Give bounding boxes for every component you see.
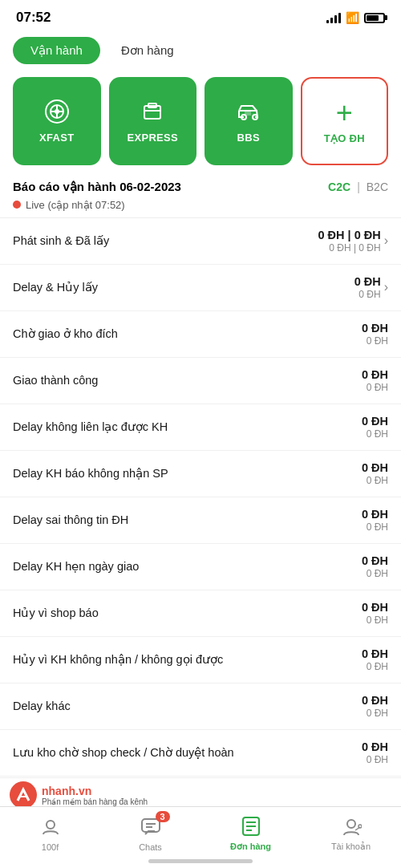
row-right: 0 ĐH 0 ĐH bbox=[362, 740, 388, 765]
row-label: Delay không liên lạc được KH bbox=[13, 420, 168, 433]
row-values: 0 ĐH 0 ĐH bbox=[362, 322, 388, 347]
row-main-value: 0 ĐH bbox=[362, 322, 388, 335]
chevron-right-icon: › bbox=[384, 233, 388, 248]
nav-item-orders[interactable]: Đơn hàng bbox=[223, 813, 279, 852]
tab-van-hanh[interactable]: Vận hành bbox=[13, 37, 100, 64]
report-header: Báo cáo vận hành 06-02-2023 C2C | B2C bbox=[0, 173, 401, 197]
row-sub-value: 0 ĐH bbox=[367, 614, 388, 626]
row-main-value: 0 ĐH bbox=[362, 461, 388, 474]
row-label: Delay KH hẹn ngày giao bbox=[13, 560, 139, 573]
row-values: 0 ĐH 0 ĐH bbox=[362, 740, 388, 765]
row-main-value: 0 ĐH bbox=[362, 508, 388, 521]
signal-icon bbox=[326, 12, 341, 23]
filter-b2c[interactable]: B2C bbox=[367, 180, 388, 193]
row-right: 0 ĐH 0 ĐH bbox=[362, 554, 388, 579]
row-main-value: 0 ĐH bbox=[362, 601, 388, 614]
bbs-icon bbox=[237, 99, 261, 127]
account-icon-wrap bbox=[338, 813, 364, 839]
table-row[interactable]: Giao thành công 0 ĐH 0 ĐH bbox=[0, 358, 401, 404]
service-bbs[interactable]: BBS bbox=[205, 77, 293, 165]
row-sub-value: 0 ĐH | 0 ĐH bbox=[329, 242, 380, 254]
logo-brand: nhanh.vn bbox=[42, 785, 148, 797]
table-row[interactable]: Hủy vì shop báo 0 ĐH 0 ĐH bbox=[0, 590, 401, 637]
row-right: 0 ĐH 0 ĐH bbox=[362, 322, 388, 347]
table-row[interactable]: Hủy vì KH không nhận / không gọi được 0 … bbox=[0, 637, 401, 683]
row-label: Giao thành công bbox=[13, 374, 98, 387]
row-sub-value: 0 ĐH bbox=[367, 568, 388, 579]
row-values: 0 ĐH 0 ĐH bbox=[362, 508, 388, 533]
service-create-order[interactable]: + TẠO ĐH bbox=[301, 77, 389, 165]
report-title: Báo cáo vận hành 06-02-2023 bbox=[13, 180, 181, 194]
service-express[interactable]: EXPRESS bbox=[109, 77, 197, 165]
table-row[interactable]: Lưu kho chờ shop check / Chờ duyệt hoàn … bbox=[0, 730, 401, 777]
filter-c2c[interactable]: C2C bbox=[328, 180, 350, 193]
table-row[interactable]: Delay sai thông tin ĐH 0 ĐH 0 ĐH bbox=[0, 497, 401, 544]
row-values: 0 ĐH 0 ĐH bbox=[362, 554, 388, 579]
service-grid: XFAST EXPRESS bbox=[0, 69, 401, 173]
logo-text: nhanh.vn Phần mềm bán hàng đa kênh bbox=[42, 785, 148, 806]
home-icon-wrap bbox=[38, 814, 63, 840]
table-row[interactable]: Delay không liên lạc được KH 0 ĐH 0 ĐH bbox=[0, 404, 401, 451]
nav-item-account[interactable]: Tài khoản bbox=[323, 813, 379, 852]
nhanh-logo: nhanh.vn Phần mềm bán hàng đa kênh bbox=[10, 781, 148, 809]
row-sub-value: 0 ĐH bbox=[367, 708, 388, 719]
nav-label-chats: Chats bbox=[139, 842, 162, 852]
row-values: 0 ĐH 0 ĐH bbox=[362, 461, 388, 486]
row-sub-value: 0 ĐH bbox=[367, 382, 388, 393]
row-main-value: 0 ĐH bbox=[362, 368, 388, 381]
row-label: Delay khác bbox=[13, 700, 71, 712]
svg-point-19 bbox=[347, 820, 355, 828]
row-sub-value: 0 ĐH bbox=[367, 335, 388, 347]
account-icon bbox=[341, 816, 362, 837]
table-row[interactable]: Chờ giao ở kho đích 0 ĐH 0 ĐH bbox=[0, 311, 401, 358]
row-label: Delay & Hủy lấy bbox=[13, 281, 98, 294]
live-indicator: Live (cập nhật 07:52) bbox=[0, 197, 401, 217]
row-right: 0 ĐH 0 ĐH bbox=[362, 694, 388, 719]
bbs-label: BBS bbox=[237, 132, 260, 144]
chats-badge: 3 bbox=[156, 811, 170, 822]
status-bar: 07:52 📶 bbox=[0, 0, 401, 32]
filter-divider: | bbox=[357, 180, 360, 193]
row-main-value: 0 ĐH bbox=[362, 554, 388, 567]
row-right: 0 ĐH 0 ĐH bbox=[362, 461, 388, 486]
battery-icon bbox=[364, 13, 385, 23]
logo-tagline: Phần mềm bán hàng đa kênh bbox=[42, 797, 148, 806]
row-right: 0 ĐH 0 ĐH bbox=[362, 508, 388, 533]
create-order-icon: + bbox=[336, 99, 353, 128]
nav-label-orders: Đơn hàng bbox=[230, 842, 271, 852]
status-time: 07:52 bbox=[16, 10, 51, 26]
chats-icon-wrap: 3 bbox=[138, 814, 164, 840]
svg-point-21 bbox=[358, 825, 362, 828]
express-icon bbox=[140, 99, 164, 127]
row-label: Hủy vì shop báo bbox=[13, 606, 99, 619]
nav-item-chats[interactable]: 3 Chats bbox=[123, 814, 179, 852]
row-right: 0 ĐH 0 ĐH bbox=[362, 601, 388, 626]
row-values: 0 ĐH 0 ĐH bbox=[362, 647, 388, 672]
row-label: Lưu kho chờ shop check / Chờ duyệt hoàn bbox=[13, 746, 234, 759]
row-right: 0 ĐH 0 ĐH bbox=[362, 415, 388, 440]
row-sub-value: 0 ĐH bbox=[358, 289, 380, 300]
table-row[interactable]: Delay & Hủy lấy 0 ĐH 0 ĐH › bbox=[0, 265, 401, 311]
xfast-icon bbox=[45, 99, 69, 127]
tab-switcher: Vận hành Đơn hàng bbox=[0, 32, 401, 69]
orders-icon-wrap bbox=[238, 813, 264, 839]
tab-don-hang[interactable]: Đơn hàng bbox=[103, 37, 192, 64]
row-label: Delay sai thông tin ĐH bbox=[13, 513, 128, 526]
row-main-value: 0 ĐH bbox=[362, 694, 388, 707]
row-sub-value: 0 ĐH bbox=[367, 428, 388, 440]
xfast-label: XFAST bbox=[39, 132, 74, 144]
svg-point-11 bbox=[47, 821, 55, 829]
orders-icon bbox=[241, 816, 261, 837]
table-row[interactable]: Delay KH báo không nhận SP 0 ĐH 0 ĐH bbox=[0, 451, 401, 497]
row-right: 0 ĐH 0 ĐH bbox=[362, 368, 388, 393]
table-row[interactable]: Delay khác 0 ĐH 0 ĐH bbox=[0, 683, 401, 730]
table-row[interactable]: Phát sinh & Đã lấy 0 ĐH | 0 ĐH 0 ĐH | 0 … bbox=[0, 218, 401, 265]
table-row[interactable]: Delay KH hẹn ngày giao 0 ĐH 0 ĐH bbox=[0, 544, 401, 590]
wifi-icon: 📶 bbox=[346, 11, 359, 24]
service-xfast[interactable]: XFAST bbox=[13, 77, 101, 165]
row-main-value: 0 ĐH bbox=[362, 647, 388, 660]
nav-item-home[interactable]: 100f bbox=[22, 814, 79, 852]
report-list: Phát sinh & Đã lấy 0 ĐH | 0 ĐH 0 ĐH | 0 … bbox=[0, 217, 401, 859]
row-sub-value: 0 ĐH bbox=[367, 661, 388, 672]
logo-icon bbox=[10, 781, 37, 809]
